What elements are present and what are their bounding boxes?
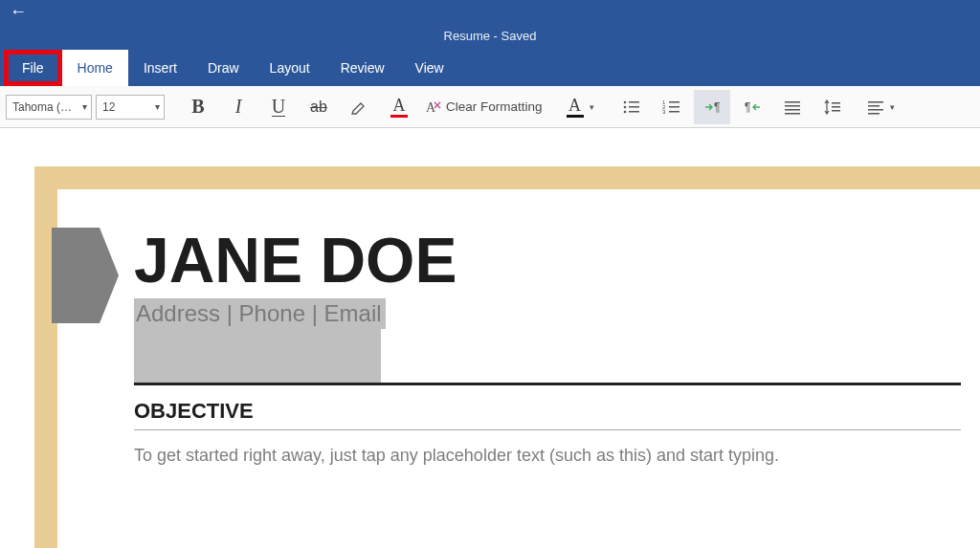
- svg-rect-15: [785, 101, 800, 103]
- svg-point-1: [623, 100, 626, 103]
- name-arrow-shape: [52, 228, 119, 323]
- page-border-left: [34, 166, 57, 548]
- svg-rect-4: [629, 106, 639, 108]
- highlight-button[interactable]: [341, 90, 377, 124]
- page-border-top: [34, 166, 980, 189]
- svg-rect-21: [832, 110, 840, 112]
- svg-rect-19: [832, 102, 840, 104]
- svg-rect-24: [868, 109, 883, 111]
- svg-rect-20: [832, 106, 840, 108]
- section-heading-objective[interactable]: OBJECTIVE: [134, 399, 961, 424]
- svg-rect-17: [785, 109, 800, 111]
- svg-rect-16: [785, 105, 800, 107]
- objective-body-text[interactable]: To get started right away, just tap any …: [134, 446, 961, 466]
- font-size-value: 12: [102, 100, 115, 114]
- highlight-icon: [348, 97, 369, 118]
- document-canvas[interactable]: JANE DOE Address | Phone | Email OBJECTI…: [0, 128, 980, 548]
- tab-insert[interactable]: Insert: [128, 50, 192, 86]
- font-size-select[interactable]: 12 ▾: [96, 95, 165, 120]
- tab-file[interactable]: File: [4, 50, 62, 86]
- svg-point-3: [623, 105, 626, 108]
- svg-rect-8: [669, 101, 679, 103]
- clear-formatting-label: Clear Formatting: [446, 99, 543, 114]
- indent-right-icon: ¶: [702, 97, 723, 118]
- numbered-list-button[interactable]: 1 2 3: [654, 90, 690, 124]
- svg-rect-10: [669, 106, 679, 108]
- underline-button[interactable]: U: [260, 90, 297, 124]
- chevron-down-icon: ▾: [82, 101, 87, 112]
- svg-rect-18: [785, 113, 800, 115]
- clear-formatting-icon: A: [425, 99, 442, 116]
- align-justify-button[interactable]: [774, 90, 811, 124]
- back-arrow-icon[interactable]: ←: [10, 2, 27, 22]
- clear-formatting-button[interactable]: A Clear Formatting: [417, 90, 550, 124]
- decrease-indent-button[interactable]: ¶: [734, 90, 770, 124]
- tab-review[interactable]: Review: [325, 50, 400, 86]
- title-bar: ← Resume - Saved: [0, 0, 980, 50]
- document-content[interactable]: JANE DOE Address | Phone | Email OBJECTI…: [134, 224, 961, 466]
- paragraph-icon: [865, 97, 886, 118]
- svg-rect-2: [629, 101, 639, 103]
- font-family-select[interactable]: Tahoma (… ▾: [6, 95, 92, 120]
- italic-button[interactable]: I: [220, 90, 256, 124]
- svg-rect-6: [629, 111, 639, 113]
- svg-text:3: 3: [662, 109, 666, 115]
- font-family-value: Tahoma (…: [12, 100, 72, 114]
- bullet-list-icon: [621, 97, 642, 118]
- divider-thin: [134, 429, 961, 430]
- align-justify-icon: [782, 97, 803, 118]
- chevron-down-icon: ▾: [155, 101, 160, 112]
- tab-layout[interactable]: Layout: [255, 50, 325, 86]
- increase-indent-button[interactable]: ¶: [694, 90, 730, 124]
- svg-point-5: [623, 110, 626, 113]
- tab-home[interactable]: Home: [62, 50, 128, 86]
- chevron-down-icon: ▾: [590, 102, 594, 112]
- ribbon: Tahoma (… ▾ 12 ▾ B I U ab A A Clear Form…: [0, 86, 980, 128]
- resume-name[interactable]: JANE DOE: [134, 224, 961, 296]
- page: JANE DOE Address | Phone | Email OBJECTI…: [34, 166, 980, 548]
- document-title: Resume - Saved: [444, 29, 537, 43]
- chevron-down-icon: ▾: [890, 102, 895, 112]
- svg-rect-12: [669, 111, 679, 113]
- divider-thick: [134, 383, 961, 385]
- line-spacing-icon: [822, 97, 843, 118]
- svg-text:¶: ¶: [714, 100, 720, 114]
- resume-contact-placeholder[interactable]: Address | Phone | Email: [134, 298, 386, 329]
- svg-rect-25: [868, 113, 880, 115]
- tab-bar: File Home Insert Draw Layout Review View: [0, 50, 980, 86]
- bold-button[interactable]: B: [180, 90, 216, 124]
- indent-left-icon: ¶: [742, 97, 763, 118]
- numbered-list-icon: 1 2 3: [661, 97, 682, 118]
- tab-draw[interactable]: Draw: [192, 50, 255, 86]
- paragraph-style-button[interactable]: ▾: [855, 90, 897, 124]
- strikethrough-button[interactable]: ab: [301, 90, 337, 124]
- svg-rect-23: [868, 105, 880, 107]
- svg-marker-26: [52, 228, 119, 323]
- text-color-dropdown[interactable]: A ▾: [554, 90, 596, 124]
- tab-view[interactable]: View: [400, 50, 459, 86]
- svg-rect-22: [868, 101, 883, 103]
- line-spacing-button[interactable]: [814, 90, 851, 124]
- bullet-list-button[interactable]: [613, 90, 650, 124]
- svg-text:¶: ¶: [745, 100, 750, 114]
- font-color-button[interactable]: A: [381, 90, 417, 124]
- selection-block: [134, 329, 381, 383]
